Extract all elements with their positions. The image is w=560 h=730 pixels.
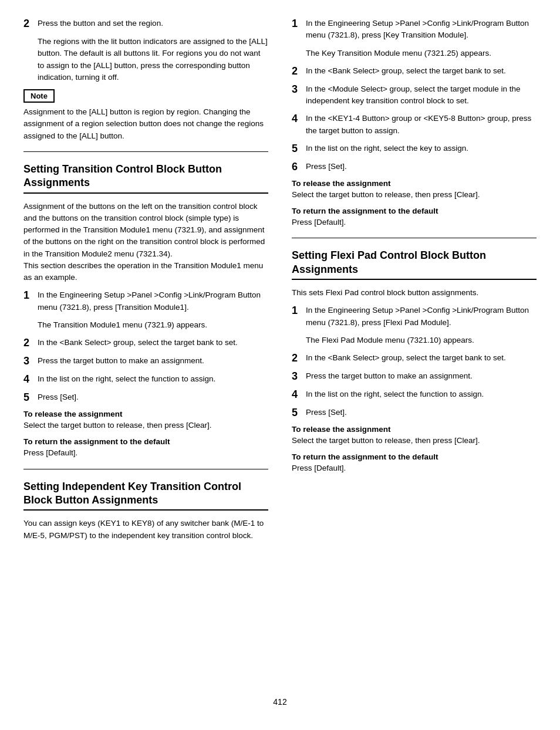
right-s1-step4-text: In the <KEY1-4 Button> group or <KEY5-8 … <box>306 113 537 137</box>
left-s1-step4: 4 In the list on the right, select the f… <box>23 373 268 386</box>
page-number: 412 <box>23 697 537 707</box>
left-s1-step1-sub: The Transition Module1 menu (7321.9) app… <box>38 319 268 331</box>
right-s2-step2: 2 In the <Bank Select> group, select the… <box>292 352 537 364</box>
left-s1-step1-num: 1 <box>23 289 34 302</box>
left-s1-step5-text: Press [Set]. <box>38 391 268 403</box>
left-s1-step3-text: Press the target button to make an assig… <box>38 355 268 367</box>
section1-title: Setting Transition Control Block Button … <box>23 163 268 194</box>
left-s1-step3-num: 3 <box>23 355 34 367</box>
right-s2-default-label: To return the assignment to the default <box>292 452 537 461</box>
right-s1-step6-num: 6 <box>292 161 302 173</box>
right-s1-step4: 4 In the <KEY1-4 Button> group or <KEY5-… <box>292 113 537 137</box>
right-s1-step3-num: 3 <box>292 83 302 96</box>
note-label: Note <box>23 89 55 103</box>
left-s1-step2-num: 2 <box>23 337 34 349</box>
right-s1-release-text: Select the target button to release, the… <box>292 189 537 201</box>
divider-1 <box>23 151 268 152</box>
left-column: 2 Press the button and set the region. T… <box>23 18 268 685</box>
right-s1-step6-text: Press [Set]. <box>306 161 537 173</box>
right-s1-default-label: To return the assignment to the default <box>292 207 537 215</box>
right-s1-step1-num: 1 <box>292 18 302 30</box>
divider-2 <box>23 469 268 469</box>
right-s1-default-text: Press [Default]. <box>292 217 537 228</box>
right-divider-1 <box>292 238 537 238</box>
intro-step-text: Press the button and set the region. <box>38 18 268 29</box>
right-s2-step3-num: 3 <box>292 370 302 383</box>
right-s2-step4-num: 4 <box>292 388 302 401</box>
right-s2-step1: 1 In the Engineering Setup >Panel >Confi… <box>292 305 537 329</box>
right-s2-release-label: To release the assignment <box>292 425 537 434</box>
left-s1-default-label: To return the assignment to the default <box>23 437 268 446</box>
right-s1-step6: 6 Press [Set]. <box>292 161 537 173</box>
intro-step-num: 2 <box>23 18 34 30</box>
left-s1-step1-text: In the Engineering Setup >Panel >Config … <box>38 289 268 313</box>
left-s1-step2: 2 In the <Bank Select> group, select the… <box>23 337 268 349</box>
right-s1-step2: 2 In the <Bank Select> group, select the… <box>292 65 537 77</box>
left-s1-step5-num: 5 <box>23 391 34 404</box>
right-s1-step2-num: 2 <box>292 65 302 77</box>
right-s2-step1-text: In the Engineering Setup >Panel >Config … <box>306 305 537 329</box>
note-text: Assignment to the [ALL] button is region… <box>23 106 268 142</box>
right-s1-step2-text: In the <Bank Select> group, select the t… <box>306 65 537 77</box>
section1-body: Assignment of the buttons on the left on… <box>23 201 268 284</box>
right-s1-step3-text: In the <Module Select> group, select the… <box>306 83 537 107</box>
left-s1-step4-num: 4 <box>23 373 34 386</box>
left-s1-step3: 3 Press the target button to make an ass… <box>23 355 268 367</box>
right-s1-step5-text: In the list on the right, select the key… <box>306 143 537 154</box>
right-s1-step1: 1 In the Engineering Setup >Panel >Confi… <box>292 18 537 42</box>
left-s1-release-label: To release the assignment <box>23 410 268 418</box>
intro-step: 2 Press the button and set the region. <box>23 18 268 30</box>
right-s2-step4-text: In the list on the right, select the fun… <box>306 388 537 400</box>
columns: 2 Press the button and set the region. T… <box>23 18 537 685</box>
right-s1-step5: 5 In the list on the right, select the k… <box>292 143 537 155</box>
right-s2-step5: 5 Press [Set]. <box>292 407 537 419</box>
right-s1-step3: 3 In the <Module Select> group, select t… <box>292 83 537 107</box>
right-s1-step1-text: In the Engineering Setup >Panel >Config … <box>306 18 537 42</box>
right-s2-step5-text: Press [Set]. <box>306 407 537 418</box>
right-s2-step1-sub: The Flexi Pad Module menu (7321.10) appe… <box>306 334 537 346</box>
right-s2-step2-num: 2 <box>292 352 302 364</box>
right-s1-step1-sub: The Key Transition Module menu (7321.25)… <box>306 48 537 59</box>
right-s2-step4: 4 In the list on the right, select the f… <box>292 388 537 401</box>
left-s1-step4-text: In the list on the right, select the fun… <box>38 373 268 385</box>
right-s2-step3: 3 Press the target button to make an ass… <box>292 370 537 383</box>
left-s1-step1: 1 In the Engineering Setup >Panel >Confi… <box>23 289 268 313</box>
right-s1-step5-num: 5 <box>292 143 302 155</box>
right-section2-body: This sets Flexi Pad control block button… <box>292 287 537 299</box>
right-s2-step3-text: Press the target button to make an assig… <box>306 370 537 382</box>
section2-body: You can assign keys (KEY1 to KEY8) of an… <box>23 518 268 542</box>
right-s2-step1-num: 1 <box>292 305 302 317</box>
page: 2 Press the button and set the region. T… <box>0 0 560 730</box>
right-column: 1 In the Engineering Setup >Panel >Confi… <box>292 18 537 685</box>
right-section2-title: Setting Flexi Pad Control Block Button A… <box>292 249 537 280</box>
intro-body: The regions with the lit button indicato… <box>38 36 268 83</box>
left-s1-step5: 5 Press [Set]. <box>23 391 268 404</box>
right-s2-default-text: Press [Default]. <box>292 462 537 474</box>
section2-title: Setting Independent Key Transition Contr… <box>23 480 268 511</box>
right-s1-release-label: To release the assignment <box>292 179 537 188</box>
right-s1-step4-num: 4 <box>292 113 302 125</box>
right-s2-release-text: Select the target button to release, the… <box>292 435 537 447</box>
right-s2-step2-text: In the <Bank Select> group, select the t… <box>306 352 537 364</box>
left-s1-default-text: Press [Default]. <box>23 447 268 459</box>
right-s2-step5-num: 5 <box>292 407 302 419</box>
left-s1-release-text: Select the target button to release, the… <box>23 420 268 431</box>
left-s1-step2-text: In the <Bank Select> group, select the t… <box>38 337 268 349</box>
